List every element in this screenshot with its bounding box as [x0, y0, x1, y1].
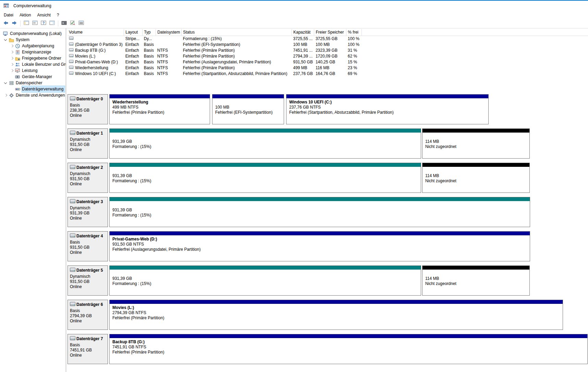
list-view-button[interactable]	[77, 20, 85, 28]
sidebar-item-system[interactable]: System	[0, 37, 66, 43]
volume-row[interactable]: Stripe... Dy... Formatierung : (15%) 372…	[68, 36, 588, 41]
sidebar-item-aufgabenplanung[interactable]: Aufgabenplanung	[0, 43, 66, 49]
partition[interactable]: 931,39 GBFormatierung : (15%)	[109, 197, 530, 227]
partition[interactable]: Windows 10 UEFI (C:)237,76 GB NTFSFehler…	[286, 94, 489, 124]
volume-layout: Einfach	[124, 71, 143, 76]
disk-name: Datenträger 6	[76, 302, 103, 307]
sidebar-item-dienste-und-anwendungen[interactable]: Dienste und Anwendungen	[0, 92, 66, 98]
window-title: Computerverwaltung	[13, 3, 51, 8]
volume-row[interactable]: Backup 8TB (G:) Einfach Basis NTFS Fehle…	[68, 47, 588, 53]
forward-button[interactable]	[10, 20, 19, 28]
partition-name	[425, 134, 527, 139]
main-area: Computerverwaltung (Lokal) System Aufgab…	[0, 28, 588, 372]
column-header-dateisystem[interactable]: Dateisystem	[156, 29, 182, 36]
partition[interactable]: Backup 8TB (G:)7451,91 GB NTFSFehlerfrei…	[109, 334, 588, 364]
check-disk-icon	[70, 20, 76, 27]
volume-row[interactable]: (Datenträger 0 Partition 3) Einfach Basi…	[68, 41, 588, 47]
menu-hilfe[interactable]: ?	[54, 12, 62, 18]
column-header-volume[interactable]: Volume	[68, 29, 124, 36]
partition-color-band	[110, 232, 530, 235]
volume-row[interactable]: Windows 10 UEFI (C:) Einfach Basis NTFS …	[68, 71, 588, 76]
partition-name	[112, 271, 418, 276]
volume-typ: Basis	[143, 59, 156, 65]
chevron-right-icon[interactable]	[9, 55, 15, 61]
menu-ansicht[interactable]: Ansicht	[34, 12, 53, 18]
disk-label[interactable]: Datenträger 0 Basis 238,35 GB Online	[68, 94, 108, 124]
check-disk-button[interactable]	[69, 20, 77, 28]
disk-row-0: Datenträger 0 Basis 238,35 GB Online Wie…	[68, 94, 588, 124]
chevron-right-icon[interactable]	[3, 92, 9, 98]
chevron-right-icon[interactable]	[9, 62, 15, 67]
partition[interactable]: 100 MBFehlerfrei (EFI-Systempartition)	[212, 94, 284, 124]
disk-label[interactable]: Datenträger 7 Basis 7451,91 GB Online	[68, 334, 108, 364]
disk-label[interactable]: Datenträger 5 Dynamisch 931,50 GB Online	[68, 265, 108, 296]
properties-button[interactable]	[31, 20, 39, 28]
partition-name	[215, 100, 281, 105]
event-viewer-icon	[15, 49, 20, 55]
column-header-status[interactable]: Status	[182, 29, 292, 36]
menu-aktion[interactable]: Aktion	[16, 12, 34, 18]
chevron-right-icon[interactable]	[9, 68, 15, 73]
disk-size: 238,35 GB	[70, 108, 106, 113]
disk-label[interactable]: Datenträger 1 Dynamisch 931,50 GB Online	[68, 128, 108, 159]
sidebar-item-leistung[interactable]: Leistung	[0, 67, 66, 74]
menu-bar: Datei Aktion Ansicht ?	[0, 11, 588, 19]
volume-typ: Basis	[143, 71, 156, 76]
volume-icon	[69, 53, 74, 59]
volume-kapazitaet: 2794,39 ...	[292, 53, 314, 59]
disk-management-icon	[15, 86, 20, 92]
disk-label[interactable]: Datenträger 4 Basis 931,50 GB Online	[68, 231, 108, 261]
partition-color-band	[422, 266, 529, 270]
column-header-prozent-frei[interactable]: % frei	[346, 29, 362, 36]
volume-row[interactable]: Wiederherstellung Einfach Basis NTFS Feh…	[68, 65, 588, 71]
menu-datei[interactable]: Datei	[1, 12, 16, 18]
chevron-spacer	[9, 86, 15, 92]
disk-status: Online	[70, 319, 106, 324]
disk-label[interactable]: Datenträger 3 Dynamisch 931,39 GB Online	[68, 197, 108, 227]
help-button[interactable]: ?	[39, 20, 48, 28]
disk-label[interactable]: Datenträger 6 Basis 2794,39 GB Online	[68, 300, 108, 330]
sidebar-item-label: Computerverwaltung (Lokal)	[10, 31, 62, 36]
sidebar-item-label: Freigegebene Ordner	[22, 56, 61, 61]
up-level-button[interactable]	[60, 20, 68, 28]
volume-row[interactable]: Movies (L:) Einfach Basis NTFS Fehlerfre…	[68, 53, 588, 59]
volume-layout: Einfach	[124, 65, 143, 71]
sidebar-item-computerverwaltung-root[interactable]: Computerverwaltung (Lokal)	[0, 30, 66, 37]
disk-row-6: Datenträger 6 Basis 2794,39 GB Online Mo…	[68, 300, 588, 330]
partition[interactable]: 931,39 GBFormatierung : (15%)	[109, 265, 421, 296]
sidebar-item-datentraegerverwaltung[interactable]: Datenträgerverwaltung	[0, 86, 66, 92]
disk-label[interactable]: Datenträger 2 Dynamisch 931,50 GB Online	[68, 163, 108, 193]
column-header-freier-speicher[interactable]: Freier Speicher	[314, 29, 346, 36]
partition[interactable]: Wiederherstellung499 MB NTFSFehlerfrei (…	[109, 94, 210, 124]
partition[interactable]: Privat-Games-Web (D:)931,50 GB NTFSFehle…	[109, 231, 530, 261]
sidebar-item-geraete-manager[interactable]: Geräte-Manager	[0, 74, 66, 80]
console-tree-button[interactable]	[22, 20, 30, 28]
sidebar-item-ereignisanzeige[interactable]: Ereignisanzeige	[0, 49, 66, 55]
partition-status: Formatierung : (15%)	[112, 281, 418, 286]
column-header-layout[interactable]: Layout	[124, 29, 143, 36]
sidebar-item-datenspeicher[interactable]: Datenspeicher	[0, 80, 66, 86]
partition-unallocated[interactable]: 114 MBNicht zugeordnet	[422, 128, 530, 159]
back-button[interactable]	[2, 20, 10, 28]
chevron-down-icon[interactable]	[3, 80, 9, 86]
sidebar-item-lokale-benutzer[interactable]: Lokale Benutzer und Gruppen	[0, 61, 66, 67]
volume-freier-speicher: 100 MB	[314, 41, 346, 47]
chevron-down-icon[interactable]	[3, 37, 9, 42]
partition[interactable]: 931,39 GBFormatierung : (15%)	[109, 128, 421, 159]
column-header-kapazitaet[interactable]: Kapazität	[292, 29, 314, 36]
chevron-right-icon[interactable]	[9, 43, 15, 49]
partition[interactable]: Movies (L:)2794,39 GB NTFSFehlerfrei (Pr…	[109, 300, 563, 330]
disk-size: 931,39 GB	[70, 211, 106, 216]
action-pane-button[interactable]	[48, 20, 56, 28]
chevron-spacer	[9, 74, 15, 79]
volume-row[interactable]: Privat-Games-Web (D:) Einfach Basis NTFS…	[68, 59, 588, 65]
chevron-right-icon[interactable]	[9, 49, 15, 55]
partition-unallocated[interactable]: 114 MBNicht zugeordnet	[422, 163, 530, 193]
partition-name: Backup 8TB (G:)	[112, 339, 585, 345]
disk-type: Dynamisch	[70, 137, 106, 142]
partition[interactable]: 931,39 GBFormatierung : (15%)	[109, 163, 421, 193]
sidebar-item-freigegebene-ordner[interactable]: Freigegebene Ordner	[0, 55, 66, 61]
partition-unallocated[interactable]: 114 MBNicht zugeordnet	[422, 265, 530, 296]
column-header-typ[interactable]: Typ	[143, 29, 156, 36]
partition-size: 499 MB NTFS	[112, 105, 207, 110]
